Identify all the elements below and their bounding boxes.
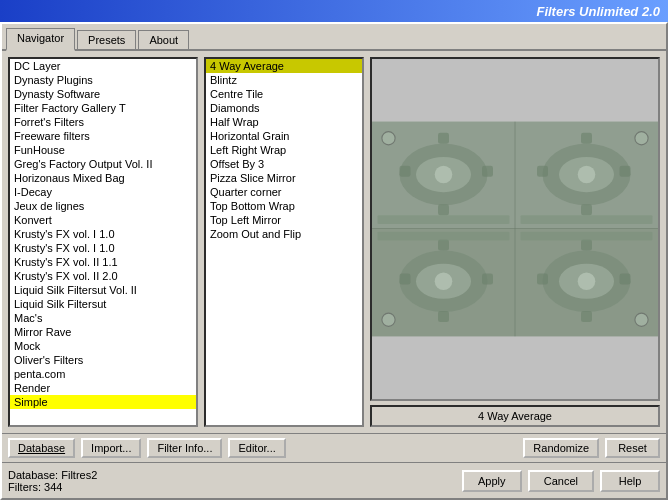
database-button[interactable]: Database [8, 438, 75, 458]
list-item[interactable]: Oliver's Filters [10, 353, 196, 367]
cancel-button[interactable]: Cancel [528, 470, 594, 492]
tab-about[interactable]: About [138, 30, 189, 49]
list-item[interactable]: Dynasty Plugins [10, 73, 196, 87]
import-button[interactable]: Import... [81, 438, 141, 458]
list-item[interactable]: Freeware filters [10, 129, 196, 143]
filter-options-list[interactable]: 4 Way Average Blintz Centre Tile Diamond… [204, 57, 364, 427]
svg-rect-34 [581, 311, 592, 322]
svg-rect-32 [537, 274, 548, 285]
filter-name-display: 4 Way Average [370, 405, 660, 427]
svg-point-30 [578, 272, 596, 290]
reset-button[interactable]: Reset [605, 438, 660, 458]
list-item[interactable]: Konvert [10, 213, 196, 227]
list-item[interactable]: Render [10, 381, 196, 395]
svg-point-23 [435, 272, 453, 290]
middle-item[interactable]: Top Left Mirror [206, 213, 362, 227]
list-item[interactable]: Horizonaus Mixed Bag [10, 171, 196, 185]
list-item[interactable]: Krusty's FX vol. I 1.0 [10, 241, 196, 255]
svg-rect-40 [521, 215, 653, 224]
svg-point-9 [435, 166, 453, 184]
middle-item[interactable]: Offset By 3 [206, 157, 362, 171]
tab-presets[interactable]: Presets [77, 30, 136, 49]
svg-rect-25 [482, 274, 493, 285]
database-status: Database: Filtres2 [8, 469, 97, 481]
svg-rect-20 [581, 204, 592, 215]
filters-status: Filters: 344 [8, 481, 97, 493]
middle-panel: 4 Way Average Blintz Centre Tile Diamond… [204, 57, 364, 427]
filter-info-button[interactable]: Filter Info... [147, 438, 222, 458]
list-item[interactable]: Krusty's FX vol. II 2.0 [10, 269, 196, 283]
list-item[interactable]: Mock [10, 339, 196, 353]
list-item-mirror-rave[interactable]: Mirror Rave [10, 325, 196, 339]
svg-rect-19 [620, 166, 631, 177]
list-item-simple[interactable]: Simple [10, 395, 196, 409]
middle-item[interactable]: Top Bottom Wrap [206, 199, 362, 213]
title-text: Filters Unlimited 2.0 [536, 4, 660, 19]
svg-point-35 [382, 132, 395, 145]
bottom-toolbar: Database Import... Filter Info... Editor… [2, 433, 666, 462]
svg-rect-24 [438, 239, 449, 250]
middle-item[interactable]: Quarter corner [206, 185, 362, 199]
svg-rect-11 [482, 166, 493, 177]
svg-rect-27 [438, 311, 449, 322]
list-item[interactable]: FunHouse [10, 143, 196, 157]
list-item[interactable]: Liquid Silk Filtersut [10, 297, 196, 311]
list-item[interactable]: Greg's Factory Output Vol. II [10, 157, 196, 171]
action-buttons: Apply Cancel Help [462, 470, 660, 492]
middle-item-4way[interactable]: 4 Way Average [206, 59, 362, 73]
list-item[interactable]: Jeux de lignes [10, 199, 196, 213]
main-window: Navigator Presets About DC Layer Dynasty… [0, 22, 668, 500]
list-item[interactable]: Liquid Silk Filtersut Vol. II [10, 283, 196, 297]
svg-rect-39 [378, 215, 510, 224]
randomize-button[interactable]: Randomize [523, 438, 599, 458]
filter-category-list[interactable]: DC Layer Dynasty Plugins Dynasty Softwar… [8, 57, 198, 427]
svg-rect-13 [438, 204, 449, 215]
middle-item[interactable]: Pizza Slice Mirror [206, 171, 362, 185]
middle-item[interactable]: Diamonds [206, 101, 362, 115]
preview-box [370, 57, 660, 401]
svg-rect-26 [400, 274, 411, 285]
list-item[interactable]: Dynasty Software [10, 87, 196, 101]
middle-item[interactable]: Centre Tile [206, 87, 362, 101]
svg-point-38 [635, 313, 648, 326]
content-area: DC Layer Dynasty Plugins Dynasty Softwar… [2, 51, 666, 433]
title-bar: Filters Unlimited 2.0 [0, 0, 668, 22]
list-item[interactable]: DC Layer [10, 59, 196, 73]
svg-rect-10 [438, 133, 449, 144]
svg-rect-12 [400, 166, 411, 177]
left-panel: DC Layer Dynasty Plugins Dynasty Softwar… [8, 57, 198, 427]
svg-rect-31 [581, 239, 592, 250]
middle-item[interactable]: Horizontal Grain [206, 129, 362, 143]
help-button[interactable]: Help [600, 470, 660, 492]
middle-item[interactable]: Zoom Out and Flip [206, 227, 362, 241]
svg-point-37 [382, 313, 395, 326]
middle-item[interactable]: Left Right Wrap [206, 143, 362, 157]
status-bar: Database: Filtres2 Filters: 344 Apply Ca… [2, 462, 666, 498]
svg-point-16 [578, 166, 596, 184]
middle-item-half-wrap[interactable]: Half Wrap [206, 115, 362, 129]
list-item[interactable]: Forret's Filters [10, 115, 196, 129]
svg-point-36 [635, 132, 648, 145]
svg-rect-42 [521, 232, 653, 241]
svg-rect-18 [537, 166, 548, 177]
editor-button[interactable]: Editor... [228, 438, 285, 458]
status-info: Database: Filtres2 Filters: 344 [8, 469, 97, 493]
list-item[interactable]: penta.com [10, 367, 196, 381]
svg-rect-33 [620, 274, 631, 285]
list-item[interactable]: Mac's [10, 311, 196, 325]
svg-rect-17 [581, 133, 592, 144]
middle-item[interactable]: Blintz [206, 73, 362, 87]
list-item[interactable]: I-Decay [10, 185, 196, 199]
list-item[interactable]: Krusty's FX vol. II 1.1 [10, 255, 196, 269]
list-item[interactable]: Filter Factory Gallery T [10, 101, 196, 115]
list-item[interactable]: Krusty's FX vol. I 1.0 [10, 227, 196, 241]
right-panel: 4 Way Average [370, 57, 660, 427]
preview-image [372, 59, 658, 399]
svg-rect-41 [378, 232, 510, 241]
tab-navigator[interactable]: Navigator [6, 28, 75, 51]
tab-bar: Navigator Presets About [2, 24, 666, 51]
apply-button[interactable]: Apply [462, 470, 522, 492]
